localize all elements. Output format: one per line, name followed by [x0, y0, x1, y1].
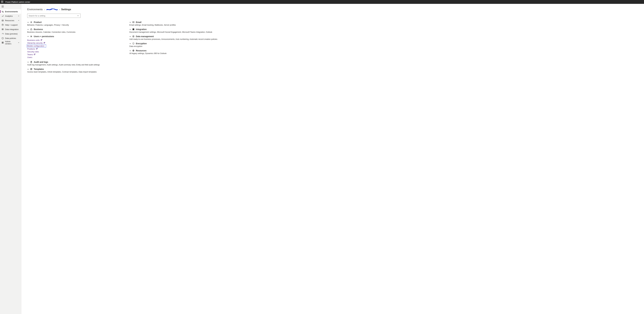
link-label: Users [27, 56, 32, 58]
nav-item-resources[interactable]: Resources [0, 18, 21, 23]
settings-group-product: Product Behavior, Features, Languages, P… [27, 21, 100, 26]
nav-label: Data (preview) [5, 33, 20, 35]
environments-icon [2, 10, 4, 13]
svg-rect-9 [3, 43, 4, 43]
settings-search[interactable] [27, 13, 80, 18]
svg-rect-7 [3, 42, 4, 42]
svg-point-13 [32, 36, 32, 36]
link-label: Teams [27, 53, 33, 56]
group-header[interactable]: Data management [130, 35, 217, 37]
nav-label: Environments [5, 10, 20, 13]
svg-rect-6 [2, 42, 2, 42]
setting-link-users[interactable]: Users [27, 56, 32, 59]
app-title: Power Platform admin center [5, 1, 30, 3]
chevron-up-icon [27, 36, 29, 37]
left-navigation: EnvironmentsAnalyticsResourcesHelp + sup… [0, 4, 21, 314]
group-title: Resources [136, 49, 146, 52]
group-header[interactable]: Business [27, 28, 100, 30]
chevron-down-icon [27, 21, 29, 23]
settings-column-right: Email Email settings, Email tracking, Ma… [130, 21, 217, 75]
group-title: Encryption [136, 42, 147, 45]
search-input[interactable] [28, 15, 77, 17]
nav-item-help-support[interactable]: Help + support [0, 23, 21, 27]
chevron-down-icon [18, 20, 20, 21]
global-topbar: Power Platform admin center [0, 0, 644, 4]
group-sublinks: Business units Hierarchy security Mobile… [27, 39, 100, 59]
setting-link-security-roles[interactable]: Security roles [27, 50, 39, 53]
setting-link-business-units[interactable]: Business units [27, 39, 42, 41]
group-header[interactable]: Encryption [130, 42, 217, 45]
group-description: Data encryption [130, 45, 217, 47]
clipboard-icon [30, 61, 32, 63]
group-title: Product [34, 21, 42, 23]
breadcrumb-environment-redacted[interactable] [46, 8, 58, 11]
main-content: Environments › › Settings Product Behavi… [21, 4, 644, 314]
settings-group-audit-and-logs: Audit and logs Audit log management, Aud… [27, 61, 100, 66]
datapreview-icon [2, 32, 4, 35]
breadcrumb-root[interactable]: Environments [27, 8, 43, 11]
group-header[interactable]: Audit and logs [27, 61, 100, 63]
resources-icon [2, 19, 4, 21]
group-title: Templates [34, 68, 44, 70]
gear-icon [30, 21, 32, 23]
setting-link-hierarchy-security[interactable]: Hierarchy security [27, 41, 45, 44]
group-title: Audit and logs [34, 61, 48, 63]
group-description: Business closures, Calendar, Connection … [27, 31, 100, 33]
group-description: Audit log management, Audit settings, Au… [27, 64, 100, 66]
open-external-icon [44, 42, 45, 44]
svg-rect-8 [2, 43, 2, 43]
svg-rect-2 [2, 20, 4, 21]
settings-group-users-permissions: Users + permissions Business units Hiera… [27, 35, 100, 59]
setting-link-teams[interactable]: Teams [27, 53, 36, 56]
nav-item-data-integration[interactable]: Data integration [0, 27, 21, 31]
group-header[interactable]: Users + permissions [27, 35, 100, 37]
windows-icon [132, 28, 135, 30]
settings-column-left: Product Behavior, Features, Languages, P… [27, 21, 100, 75]
svg-rect-22 [132, 21, 134, 23]
nav-item-environments[interactable]: Environments [0, 9, 21, 14]
group-title: Email [136, 21, 142, 23]
mail-icon [132, 21, 135, 23]
link-label: Business units [27, 39, 40, 41]
setting-link-mobile-configuration[interactable]: Mobile configuration [27, 44, 46, 47]
nav-item-analytics[interactable]: Analytics [0, 14, 21, 18]
settings-group-templates: Templates Access team templates, Article… [27, 68, 100, 73]
nav-collapse-button[interactable] [0, 5, 21, 9]
analytics-icon [2, 15, 4, 17]
globe-icon [132, 49, 135, 52]
svg-rect-23 [133, 28, 134, 29]
group-description: Email settings, Email tracking, Mailboxe… [130, 24, 217, 26]
svg-rect-11 [30, 29, 32, 30]
group-header[interactable]: Email [130, 21, 217, 23]
settings-group-business: Business Business closures, Calendar, Co… [27, 28, 100, 33]
group-header[interactable]: Product [27, 21, 100, 23]
nav-label: Help + support [5, 24, 20, 26]
chevron-down-icon [130, 43, 131, 44]
chevron-down-icon [27, 61, 29, 63]
briefcase-icon [30, 28, 32, 30]
group-header[interactable]: Templates [27, 68, 100, 70]
chevron-down-icon [18, 42, 20, 43]
svg-point-10 [31, 22, 32, 23]
nav-label: Data policies [5, 37, 20, 39]
nav-label: Data integration [5, 28, 20, 30]
group-title: Business [34, 28, 43, 30]
nav-label: Admin centers [5, 40, 17, 45]
shield-icon [132, 42, 135, 44]
chevron-down-icon[interactable] [77, 15, 79, 16]
chevron-down-icon [130, 50, 131, 51]
group-header[interactable]: Integration [130, 28, 217, 30]
nav-item-admin-centers[interactable]: Admin centers [0, 40, 21, 45]
chevron-down-icon [27, 68, 29, 70]
admincenters-icon [2, 41, 4, 44]
chevron-right-icon: › [44, 8, 45, 11]
waffle-icon[interactable] [1, 1, 4, 3]
group-description: Document management settings, Microsoft … [130, 31, 217, 33]
svg-rect-24 [134, 28, 134, 29]
nav-item-data-policies[interactable]: Data policies [0, 36, 21, 40]
chevron-down-icon [130, 36, 131, 37]
group-header[interactable]: Resources [130, 49, 217, 52]
templates-icon [30, 68, 32, 70]
setting-link-positions[interactable]: Positions [27, 47, 38, 50]
nav-item-data-preview-[interactable]: Data (preview) [0, 31, 21, 36]
